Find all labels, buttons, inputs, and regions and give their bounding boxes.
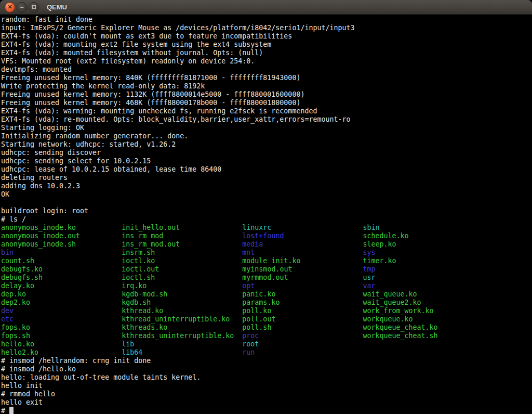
minimize-button[interactable]: − — [17, 2, 27, 12]
file-entry: media — [242, 240, 363, 248]
file-entry: wait_queue.ko — [363, 290, 417, 298]
terminal-line: udhcpc: sending select for 10.0.2.15 — [1, 157, 532, 165]
file-entry: anonymous_inode.out — [1, 232, 122, 240]
terminal-text: Starting network: udhcpc: started, v1.26… — [1, 140, 176, 148]
titlebar[interactable]: ✕ − QEMU — [0, 0, 532, 15]
terminal-line: # rmmod hello — [1, 390, 532, 398]
terminal-text: # ls / — [1, 215, 26, 223]
terminal-output: random: fast init doneinput: ImExPS/2 Ge… — [1, 16, 532, 414]
terminal-text: adding dns 10.0.2.3 — [1, 182, 80, 190]
terminal-text: # insmod /hello.ko — [1, 365, 76, 373]
file-entry: sbin — [363, 224, 380, 231]
file-entry: init_hello.out — [122, 224, 242, 231]
file-entry: kgdb.sh — [122, 299, 242, 306]
terminal-line: OK — [1, 190, 532, 199]
terminal-line: EXT4-fs (vda): mounting ext2 file system… — [1, 41, 532, 49]
terminal-text: OK — [1, 190, 9, 198]
terminal-line: hello2.ko lib64 run — [1, 348, 532, 357]
file-entry: poll.out — [242, 315, 363, 323]
file-entry: dep.ko — [1, 290, 122, 298]
terminal-line: debugfs.sh ioctl.sh myrmmod.out usr — [1, 274, 532, 282]
file-entry: ioctl.out — [122, 265, 242, 273]
terminal-line: VFS: Mounted root (ext2 filesystem) read… — [1, 57, 532, 66]
file-entry: hello.ko — [1, 340, 122, 348]
file-entry: bin — [1, 249, 122, 256]
file-entry: kgdb-mod.sh — [122, 290, 242, 298]
file-entry: myinsmod.out — [242, 265, 363, 273]
file-entry: root — [242, 340, 259, 348]
terminal-text: input: ImExPS/2 Generic Explorer Mouse a… — [1, 24, 354, 32]
terminal-line: dep2.ko kgdb.sh params.ko wait_queue2.ko — [1, 299, 532, 307]
file-entry: module_init.ko — [242, 257, 363, 265]
terminal-line: # — [1, 407, 532, 414]
terminal-text: Freeing unused kernel memory: 468K (ffff… — [1, 99, 300, 107]
terminal-line: EXT4-fs (vda): couldn't mount as ext3 du… — [1, 32, 532, 41]
file-entry: run — [242, 348, 255, 356]
terminal-text: buildroot login: root — [1, 207, 88, 215]
file-entry: tmp — [363, 265, 376, 273]
terminal-text: EXT4-fs (vda): re-mounted. Opts: block_v… — [1, 115, 350, 123]
file-entry: var — [363, 282, 376, 290]
terminal-line: udhcpc: lease of 10.0.2.15 obtained, lea… — [1, 165, 532, 174]
terminal-line: bin insrm.sh mnt sys — [1, 249, 532, 257]
file-entry: anonymous_inode.ko — [1, 224, 122, 231]
terminal-text: EXT4-fs (vda): warning: mounting uncheck… — [1, 107, 317, 115]
terminal-line: anonymous_inode.sh ins_rm_mod.out media … — [1, 240, 532, 249]
file-entry: insrm.sh — [122, 249, 242, 256]
file-entry: dev — [1, 307, 122, 315]
file-entry: sys — [363, 249, 376, 256]
terminal-screen[interactable]: random: fast init doneinput: ImExPS/2 Ge… — [0, 15, 532, 414]
file-entry: lib64 — [122, 348, 242, 356]
terminal-text: udhcpc: sending discover — [1, 149, 101, 157]
terminal-line: fops.ko kthreads.ko poll.sh workqueue_ch… — [1, 324, 532, 332]
file-entry: workqueue.ko — [363, 315, 413, 323]
terminal-text: random: fast init done — [1, 16, 92, 23]
terminal-line: deleting routers — [1, 174, 532, 182]
file-entry: hello2.ko — [1, 348, 122, 356]
file-entry: schedule.ko — [363, 232, 409, 240]
file-entry: poll.ko — [242, 307, 363, 315]
minimize-icon: − — [20, 4, 23, 10]
terminal-line: count.sh ioctl.ko module_init.ko timer.k… — [1, 257, 532, 265]
file-entry: proc — [242, 332, 363, 340]
terminal-line: delay.ko irq.ko opt var — [1, 282, 532, 290]
terminal-line: udhcpc: sending discover — [1, 149, 532, 157]
terminal-line: # insmod /hello.ko — [1, 365, 532, 373]
qemu-window: ✕ − QEMU random: fast init doneinput: Im… — [0, 0, 532, 414]
terminal-text: Freeing unused kernel memory: 840K (ffff… — [1, 74, 300, 82]
terminal-line: Write protecting the kernel read-only da… — [1, 82, 532, 90]
maximize-button[interactable] — [29, 2, 39, 12]
terminal-text: # — [1, 407, 9, 414]
terminal-text: EXT4-fs (vda): mounting ext2 file system… — [1, 41, 271, 48]
file-entry: dep2.ko — [1, 299, 122, 306]
close-button[interactable]: ✕ — [5, 2, 15, 12]
file-entry: panic.ko — [242, 290, 363, 298]
terminal-line: random: fast init done — [1, 16, 532, 24]
file-entry: myrmmod.out — [242, 274, 363, 281]
file-entry: usr — [363, 274, 376, 281]
maximize-icon — [32, 5, 36, 9]
file-entry: params.ko — [242, 299, 363, 306]
terminal-line: Initializing random number generator... … — [1, 132, 532, 140]
file-entry: wait_queue2.ko — [363, 299, 421, 306]
file-entry: kthreads.ko — [122, 324, 242, 331]
file-entry: fops.sh — [1, 332, 122, 340]
terminal-text: Starting logging: OK — [1, 124, 84, 132]
terminal-line: anonymous_inode.ko init_hello.out linuxr… — [1, 224, 532, 232]
file-entry: ioctl.ko — [122, 257, 242, 265]
terminal-text: VFS: Mounted root (ext2 filesystem) read… — [1, 57, 255, 65]
file-entry: kthreads_uninterruptible.ko — [122, 332, 242, 340]
terminal-line: buildroot login: root — [1, 207, 532, 215]
terminal-line: Freeing unused kernel memory: 468K (ffff… — [1, 99, 532, 107]
file-entry: opt — [242, 282, 363, 290]
terminal-text: hello exit — [1, 398, 43, 406]
file-entry: workqueue_cheat.ko — [363, 324, 438, 331]
file-entry: etc — [1, 315, 122, 323]
terminal-line: adding dns 10.0.2.3 — [1, 182, 532, 190]
terminal-line — [1, 199, 532, 207]
terminal-text: EXT4-fs (vda): couldn't mount as ext3 du… — [1, 32, 292, 40]
file-entry: workqueue_cheat.sh — [363, 332, 438, 340]
terminal-line: devtmpfs: mounted — [1, 66, 532, 74]
terminal-line: dev kthread.ko poll.ko work_from_work.ko — [1, 307, 532, 315]
file-entry: anonymous_inode.sh — [1, 240, 122, 248]
